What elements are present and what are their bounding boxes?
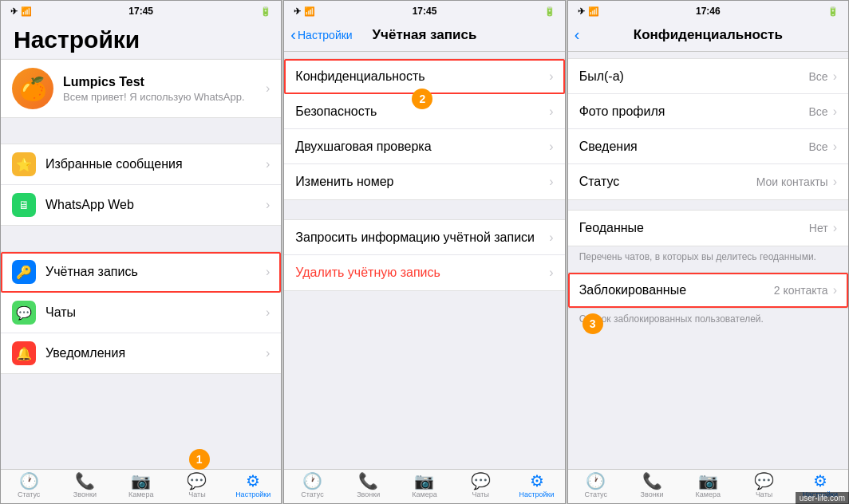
nav-title-3: Конфиденциальность [634, 27, 783, 43]
tab-camera-1[interactable]: 📷 Камера [113, 473, 169, 498]
blocked-item[interactable]: Заблокированные 2 контакта › [568, 273, 848, 308]
geodata-chevron: › [833, 221, 837, 235]
notifications-item[interactable]: 🔔 Уведомления › [1, 333, 281, 373]
geodata-value: Нет [809, 222, 828, 234]
wifi-icon: 📶 [21, 6, 32, 17]
photo-chevron: › [833, 104, 837, 119]
status-bar-2: ✈ 📶 17:45 🔋 [284, 1, 564, 20]
screen3-content: Был(-а) Все › Фото профиля Все › Сведени… [568, 52, 848, 469]
status-time-3: 17:46 [696, 6, 721, 17]
tab-camera-3[interactable]: 📷 Камера [680, 473, 736, 498]
two-step-item[interactable]: Двухшаговая проверка › [284, 129, 564, 164]
delete-account-item[interactable]: Удалить учётную запись › [284, 255, 564, 290]
screen2-content: Конфиденциальность › Безопасность › Двух… [284, 52, 564, 469]
tab-settings-2[interactable]: ⚙ Настройки [508, 473, 564, 498]
lastseen-label: Был(-а) [579, 69, 809, 84]
tab-calls-icon-1: 📞 [75, 473, 95, 489]
tab-status-label-3: Статус [585, 490, 607, 498]
tab-bar-2: 🕐 Статус 📞 Звонки 📷 Камера 💬 Чаты ⚙ Наст… [284, 469, 564, 503]
tab-status-1[interactable]: 🕐 Статус [1, 473, 57, 498]
tab-calls-icon-3: 📞 [642, 473, 662, 489]
lastseen-chevron: › [833, 69, 837, 84]
status-left-3: ✈ 📶 [578, 6, 599, 17]
status-right-2: 🔋 [544, 6, 555, 17]
notifications-label: Уведомления [45, 346, 266, 360]
lastseen-value: Все [809, 70, 828, 83]
tab-calls-icon-2: 📞 [358, 473, 378, 489]
divider1 [1, 118, 281, 144]
change-number-item[interactable]: Изменить номер › [284, 164, 564, 199]
tab-camera-icon-1: 📷 [131, 473, 151, 489]
tab-status-label-1: Статус [18, 490, 40, 498]
tab-calls-3[interactable]: 📞 Звонки [624, 473, 680, 498]
tab-status-icon-3: 🕐 [586, 473, 606, 489]
request-info-item[interactable]: Запросить информацию учётной записи › [284, 220, 564, 255]
airplane-icon-3: ✈ [578, 6, 585, 17]
tab-chats-2[interactable]: 💬 Чаты [452, 473, 508, 498]
status-bar-1: ✈ 📶 17:45 🔋 [1, 1, 281, 20]
status-right-1: 🔋 [260, 6, 271, 17]
tab-chats-label-3: Чаты [756, 490, 772, 498]
tab-settings-icon-3: ⚙ [813, 473, 827, 489]
photo-item[interactable]: Фото профиля Все › [568, 94, 848, 129]
tab-camera-label-1: Камера [128, 490, 153, 498]
blocked-subtext: Список заблокированных пользователей. [568, 309, 848, 331]
whatsapp-web-icon: 🖥 [12, 193, 36, 217]
tab-calls-2[interactable]: 📞 Звонки [341, 473, 397, 498]
blocked-chevron: › [833, 283, 837, 297]
geodata-label: Геоданные [579, 221, 809, 235]
tab-status-icon-1: 🕐 [19, 473, 39, 489]
info-label: Сведения [579, 140, 809, 154]
lastseen-item[interactable]: Был(-а) Все › [568, 59, 848, 94]
geodata-item[interactable]: Геоданные Нет › [568, 211, 848, 246]
status-time-2: 17:45 [413, 6, 437, 17]
request-info-label: Запросить информацию учётной записи [295, 230, 549, 245]
tab-camera-icon-2: 📷 [414, 473, 434, 489]
privacy-chevron: › [549, 69, 553, 84]
account-item[interactable]: 🔑 Учётная запись › [1, 252, 281, 293]
status-item[interactable]: Статус Мои контакты › [568, 164, 848, 199]
status-right-3: 🔋 [827, 6, 839, 17]
tab-camera-2[interactable]: 📷 Камера [397, 473, 452, 498]
tab-status-3[interactable]: 🕐 Статус [568, 473, 624, 498]
status-left-1: ✈ 📶 [10, 6, 32, 17]
photo-label: Фото профиля [579, 104, 809, 119]
tab-calls-label-2: Звонки [357, 490, 380, 498]
chats-chevron: › [266, 305, 270, 320]
info-item[interactable]: Сведения Все › [568, 129, 848, 164]
two-step-chevron: › [549, 140, 553, 154]
badge-1: 1 [189, 449, 210, 470]
security-chevron: › [549, 104, 553, 119]
tab-calls-1[interactable]: 📞 Звонки [57, 473, 113, 498]
whatsapp-web-chevron: › [266, 198, 270, 212]
notifications-chevron: › [266, 346, 270, 360]
tab-chats-3[interactable]: 💬 Чаты [736, 473, 792, 498]
screen2-group-2: Запросить информацию учётной записи › Уд… [284, 219, 564, 291]
tab-chats-1[interactable]: 💬 Чаты [169, 473, 225, 498]
favorites-item[interactable]: ⭐ Избранные сообщения › [1, 144, 281, 185]
nav-back-2[interactable]: ‹ Настройки [290, 28, 352, 42]
geodata-subtext: Перечень чатов, в которых вы делитесь ге… [568, 246, 848, 269]
tab-settings-1[interactable]: ⚙ Настройки [225, 473, 281, 498]
status-label: Статус [579, 175, 756, 189]
badge-3: 3 [582, 313, 603, 334]
privacy-group: Был(-а) Все › Фото профиля Все › Сведени… [568, 58, 848, 200]
battery-icon: 🔋 [260, 6, 271, 17]
whatsapp-web-item[interactable]: 🖥 WhatsApp Web › [1, 185, 281, 225]
tab-chats-icon-2: 💬 [471, 473, 491, 489]
profile-section[interactable]: 🍊 Lumpics Test Всем привет! Я использую … [1, 59, 281, 118]
chats-item[interactable]: 💬 Чаты › [1, 293, 281, 333]
tab-settings-icon-2: ⚙ [530, 473, 544, 489]
privacy-label: Конфиденциальность [295, 69, 549, 84]
tab-settings-label-2: Настройки [519, 490, 554, 498]
screen2-group-1: Конфиденциальность › Безопасность › Двух… [284, 58, 564, 200]
profile-name: Lumpics Test [63, 75, 266, 89]
photo-value: Все [809, 105, 828, 118]
menu-group-2: 🔑 Учётная запись › 💬 Чаты › 🔔 Уведомлени… [1, 251, 281, 374]
status-chevron: › [833, 175, 837, 189]
status-bar-3: ✈ 📶 17:46 🔋 [568, 1, 848, 20]
nav-back-3[interactable]: ‹ [575, 28, 580, 42]
whatsapp-web-label: WhatsApp Web [45, 198, 266, 212]
account-label: Учётная запись [45, 265, 266, 279]
tab-status-2[interactable]: 🕐 Статус [284, 473, 340, 498]
